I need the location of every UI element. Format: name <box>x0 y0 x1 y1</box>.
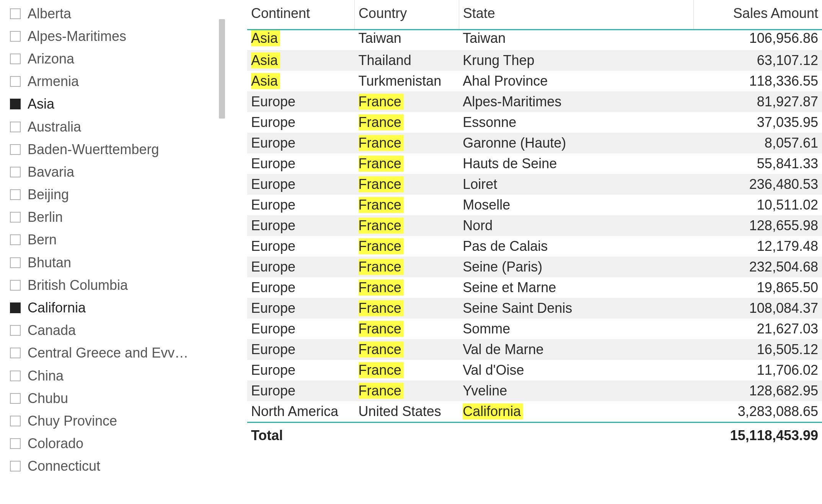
slicer-label: Armenia <box>28 73 79 89</box>
checkbox-icon[interactable] <box>10 348 21 358</box>
data-table: Continent Country State Sales Amount Asi… <box>247 0 822 448</box>
slicer-item[interactable]: Bern <box>0 229 233 251</box>
table-row[interactable]: EuropeFranceVal d'Oise11,706.02 <box>247 360 822 380</box>
table-row[interactable]: North AmericaUnited StatesCalifornia3,28… <box>247 401 822 423</box>
cell-country: Thailand <box>355 50 459 71</box>
cell-state: Val d'Oise <box>459 360 694 380</box>
checkbox-icon[interactable] <box>10 189 21 200</box>
checkbox-icon[interactable] <box>10 31 21 42</box>
cell-sales: 10,511.02 <box>694 195 822 215</box>
slicer-list: AlbertaAlpes-MaritimesArizonaArmeniaAsia… <box>0 2 233 478</box>
cell-state: Essonne <box>459 112 694 133</box>
checkbox-icon[interactable] <box>10 212 21 223</box>
cell-country: United States <box>355 401 459 423</box>
slicer-scrollbar[interactable] <box>219 19 225 119</box>
slicer-item[interactable]: Berlin <box>0 206 233 229</box>
col-header-continent[interactable]: Continent <box>247 0 355 30</box>
slicer-item[interactable]: Chuy Province <box>0 410 233 432</box>
slicer-item[interactable]: Colorado <box>0 432 233 455</box>
cell-continent: Asia <box>247 50 355 71</box>
checkbox-icon[interactable] <box>10 167 21 177</box>
checkbox-icon[interactable] <box>10 122 21 132</box>
cell-country: France <box>355 257 459 277</box>
table-row[interactable]: EuropeFranceSeine et Marne19,865.50 <box>247 277 822 298</box>
table-row[interactable]: AsiaThailandKrung Thep63,107.12 <box>247 50 822 71</box>
cell-state: Taiwan <box>459 30 694 50</box>
table-row[interactable]: EuropeFranceSeine Saint Denis108,084.37 <box>247 298 822 319</box>
cell-sales: 19,865.50 <box>694 277 822 298</box>
checkbox-icon[interactable] <box>10 76 21 87</box>
slicer-item[interactable]: Alberta <box>0 2 233 25</box>
checkbox-icon[interactable] <box>10 325 21 336</box>
cell-country: France <box>355 91 459 112</box>
checkbox-icon[interactable] <box>10 371 21 381</box>
slicer-item[interactable]: Connecticut <box>0 455 233 478</box>
checkbox-icon[interactable] <box>10 8 21 19</box>
table-row[interactable]: EuropeFranceSeine (Paris)232,504.68 <box>247 257 822 277</box>
cell-country: France <box>355 112 459 133</box>
checkbox-icon[interactable] <box>10 144 21 155</box>
slicer-label: Chubu <box>28 390 68 406</box>
checkbox-icon[interactable] <box>10 461 21 471</box>
table-row[interactable]: EuropeFranceMoselle10,511.02 <box>247 195 822 215</box>
checkbox-icon[interactable] <box>10 234 21 245</box>
highlight: Asia <box>251 73 280 89</box>
cell-country: France <box>355 360 459 380</box>
col-header-sales[interactable]: Sales Amount <box>694 0 822 30</box>
slicer-item[interactable]: Arizona <box>0 47 233 70</box>
table-row[interactable]: EuropeFranceGaronne (Haute)8,057.61 <box>247 133 822 153</box>
slicer-item[interactable]: Beijing <box>0 184 233 206</box>
checkbox-icon[interactable] <box>10 302 21 313</box>
checkbox-icon[interactable] <box>10 438 21 449</box>
cell-state: Seine et Marne <box>459 277 694 298</box>
table-row[interactable]: EuropeFranceAlpes-Maritimes81,927.87 <box>247 91 822 112</box>
table-panel: Continent Country State Sales Amount Asi… <box>233 0 822 504</box>
slicer-item[interactable]: Bavaria <box>0 161 233 183</box>
checkbox-icon[interactable] <box>10 257 21 268</box>
slicer-item[interactable]: Australia <box>0 115 233 138</box>
table-row[interactable]: EuropeFranceYveline128,682.95 <box>247 380 822 401</box>
cell-sales: 3,283,088.65 <box>694 401 822 423</box>
cell-sales: 21,627.03 <box>694 319 822 339</box>
cell-state: Moselle <box>459 195 694 215</box>
checkbox-icon[interactable] <box>10 280 21 291</box>
total-label: Total <box>247 423 355 449</box>
slicer-item[interactable]: British Columbia <box>0 274 233 296</box>
slicer-item[interactable]: Chubu <box>0 387 233 410</box>
table-row[interactable]: AsiaTaiwanTaiwan106,956.86 <box>247 30 822 50</box>
table-row[interactable]: EuropeFranceNord128,655.98 <box>247 215 822 236</box>
cell-state: Seine (Paris) <box>459 257 694 277</box>
slicer-item[interactable]: Asia <box>0 93 233 115</box>
slicer-item[interactable]: China <box>0 364 233 387</box>
checkbox-icon[interactable] <box>10 54 21 64</box>
cell-continent: Europe <box>247 153 355 174</box>
table-row[interactable]: EuropeFranceEssonne37,035.95 <box>247 112 822 133</box>
col-header-country[interactable]: Country <box>355 0 459 30</box>
slicer-item[interactable]: Bhutan <box>0 251 233 274</box>
table-row[interactable]: EuropeFranceVal de Marne16,505.12 <box>247 339 822 360</box>
checkbox-icon[interactable] <box>10 99 21 109</box>
slicer-item[interactable]: California <box>0 296 233 319</box>
table-row[interactable]: EuropeFranceSomme21,627.03 <box>247 319 822 339</box>
slicer-item[interactable]: Armenia <box>0 70 233 93</box>
col-header-state[interactable]: State <box>459 0 694 30</box>
slicer-item[interactable]: Central Greece and Evv… <box>0 342 233 364</box>
cell-continent: Europe <box>247 380 355 401</box>
table-row[interactable]: EuropeFranceHauts de Seine55,841.33 <box>247 153 822 174</box>
cell-continent: North America <box>247 401 355 423</box>
checkbox-icon[interactable] <box>10 416 21 426</box>
table-row[interactable]: AsiaTurkmenistanAhal Province118,336.55 <box>247 71 822 91</box>
cell-sales: 55,841.33 <box>694 153 822 174</box>
table-row[interactable]: EuropeFrancePas de Calais12,179.48 <box>247 236 822 257</box>
slicer-item[interactable]: Canada <box>0 319 233 342</box>
total-value: 15,118,453.99 <box>694 423 822 449</box>
slicer-item[interactable]: Alpes-Maritimes <box>0 25 233 47</box>
cell-continent: Europe <box>247 360 355 380</box>
slicer-item[interactable]: Baden-Wuerttemberg <box>0 138 233 161</box>
highlight: California <box>463 403 523 419</box>
cell-state: Garonne (Haute) <box>459 133 694 153</box>
table-row[interactable]: EuropeFranceLoiret236,480.53 <box>247 174 822 195</box>
cell-country: France <box>355 174 459 195</box>
cell-country: France <box>355 215 459 236</box>
checkbox-icon[interactable] <box>10 393 21 404</box>
